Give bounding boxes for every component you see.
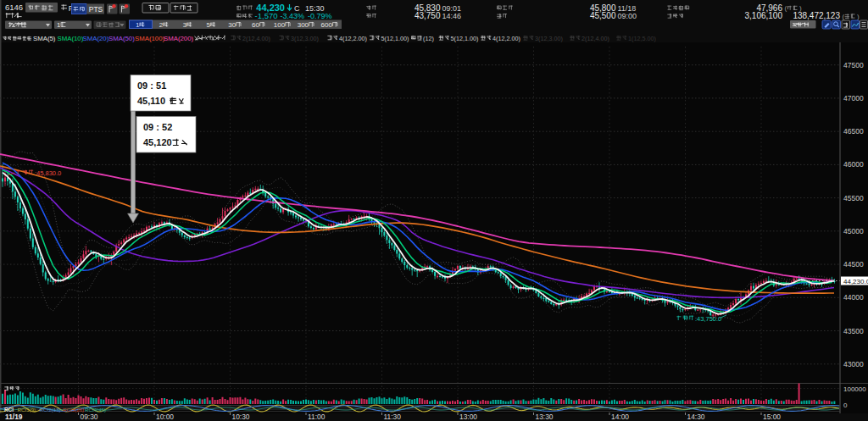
svg-text:5: 5 (207, 21, 211, 29)
svg-text:3(12,3.00): 3(12,3.00) (535, 35, 563, 42)
svg-text:60: 60 (252, 21, 259, 29)
svg-text:-3.43%: -3.43% (281, 12, 305, 20)
svg-text:6146: 6146 (5, 3, 23, 12)
svg-text:09 : 52: 09 : 52 (143, 122, 172, 132)
svg-text:46000: 46000 (843, 160, 864, 169)
svg-text:1: 1 (57, 21, 61, 29)
svg-text:43000: 43000 (843, 360, 864, 368)
svg-text:43,750: 43,750 (415, 11, 441, 20)
svg-text:10:30: 10:30 (232, 413, 250, 421)
svg-text:SMA(200): SMA(200) (164, 35, 194, 42)
svg-text:2: 2 (159, 21, 164, 29)
svg-text:3,106,100: 3,106,100 (745, 11, 783, 20)
svg-text:RCI2(13): RCI2(13) (40, 407, 61, 413)
svg-text:15:00: 15:00 (763, 413, 781, 421)
svg-text:SMA(10): SMA(10) (58, 35, 84, 42)
svg-text:14:46: 14:46 (442, 12, 462, 20)
svg-text:5(12,1.00): 5(12,1.00) (451, 35, 479, 42)
svg-text:(12): (12) (423, 35, 434, 42)
svg-text:RCI4(45): RCI4(45) (85, 407, 106, 413)
svg-text:44000: 44000 (843, 293, 864, 302)
svg-text:-1,570: -1,570 (255, 11, 278, 20)
svg-text:47500: 47500 (843, 61, 864, 69)
svg-text:45500: 45500 (843, 194, 864, 202)
svg-text:44,230.0: 44,230.0 (843, 278, 868, 285)
svg-text:2(12,4.00): 2(12,4.00) (242, 35, 270, 42)
svg-text:600: 600 (321, 21, 333, 29)
svg-text:09:01: 09:01 (442, 4, 462, 13)
svg-text:45,500: 45,500 (590, 11, 616, 20)
svg-text:2(12,4.00): 2(12,4.00) (581, 35, 609, 42)
svg-text:100000: 100000 (843, 385, 866, 393)
svg-text:09 : 51: 09 : 51 (137, 80, 166, 91)
svg-text:09:30: 09:30 (81, 413, 98, 421)
svg-text:13:30: 13:30 (536, 413, 554, 421)
svg-text:0: 0 (843, 402, 848, 409)
svg-text:RCI: RCI (4, 407, 14, 413)
svg-text:RCI3(26): RCI3(26) (63, 407, 84, 413)
svg-text:3(12,3.00): 3(12,3.00) (291, 35, 319, 42)
svg-text:46500: 46500 (843, 127, 864, 136)
svg-text:SMA(50): SMA(50) (108, 35, 135, 42)
svg-text:30: 30 (228, 21, 236, 29)
svg-text:45,120: 45,120 (143, 137, 172, 147)
svg-text::43,750.0: :43,750.0 (695, 315, 721, 323)
svg-text:11:30: 11:30 (384, 413, 402, 421)
svg-text:47000: 47000 (843, 94, 864, 102)
svg-text:44500: 44500 (843, 260, 864, 269)
svg-text:(: ( (843, 13, 845, 20)
svg-text:): ) (857, 13, 860, 20)
svg-text:45000: 45000 (843, 227, 864, 235)
svg-text:SMA(20): SMA(20) (83, 35, 109, 42)
svg-text:09:00: 09:00 (618, 12, 637, 20)
svg-text:138,472,123: 138,472,123 (793, 11, 840, 20)
svg-text:14:30: 14:30 (687, 413, 705, 421)
svg-text:13:00: 13:00 (459, 413, 477, 421)
svg-text:10:00: 10:00 (156, 413, 174, 421)
svg-text:1(12,5.00): 1(12,5.00) (628, 35, 656, 42)
svg-text:4(12,2.00): 4(12,2.00) (339, 35, 367, 42)
svg-text:PTS: PTS (89, 5, 103, 14)
svg-text:43500: 43500 (843, 327, 864, 335)
svg-text:1: 1 (136, 21, 140, 29)
svg-text:11/19: 11/19 (5, 413, 23, 421)
svg-text:15:30: 15:30 (305, 4, 325, 13)
svg-text:3: 3 (183, 21, 187, 29)
svg-text:14:00: 14:00 (611, 413, 629, 421)
svg-text:100: 100 (274, 21, 286, 29)
svg-text:45,110: 45,110 (137, 96, 165, 106)
svg-text:11/18: 11/18 (618, 4, 637, 13)
svg-text:-0.79%: -0.79% (308, 12, 332, 20)
svg-text:4(12,2.00): 4(12,2.00) (492, 35, 520, 42)
svg-text:SMA(100): SMA(100) (135, 35, 165, 42)
svg-text:RCI1(9): RCI1(9) (18, 407, 36, 413)
svg-text:5(12,1.00): 5(12,1.00) (381, 35, 409, 42)
svg-text:300: 300 (298, 21, 309, 29)
svg-text:C: C (294, 4, 300, 13)
svg-text::45,830.0: :45,830.0 (35, 169, 61, 177)
svg-text:SMA(5): SMA(5) (33, 35, 56, 42)
svg-text:(: ( (785, 4, 787, 12)
svg-text:11:00: 11:00 (308, 413, 326, 421)
